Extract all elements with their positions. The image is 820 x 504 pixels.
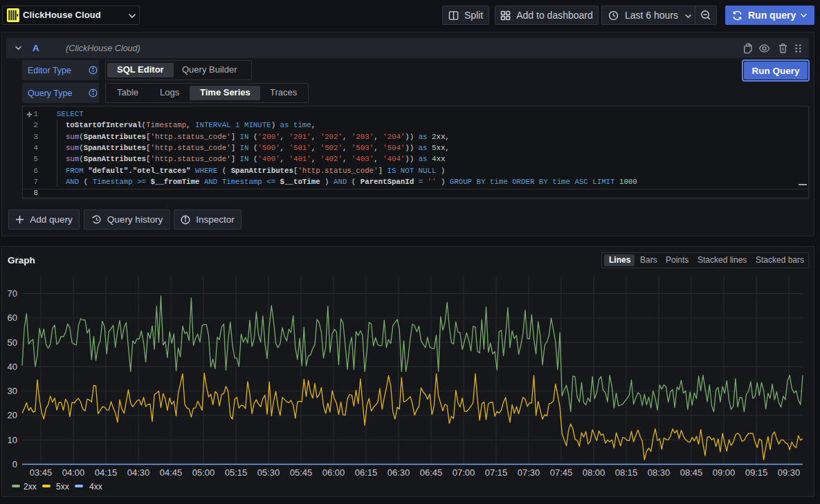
- svg-text:06:30: 06:30: [388, 467, 410, 478]
- svg-text:07:30: 07:30: [518, 467, 540, 478]
- svg-text:07:00: 07:00: [453, 467, 475, 478]
- svg-text:50: 50: [8, 337, 17, 348]
- svg-text:04:00: 04:00: [62, 467, 85, 478]
- svg-text:09:15: 09:15: [745, 467, 768, 478]
- svg-text:06:00: 06:00: [322, 467, 345, 478]
- svg-text:07:15: 07:15: [485, 467, 508, 478]
- svg-text:05:15: 05:15: [225, 467, 248, 478]
- svg-text:60: 60: [8, 312, 17, 323]
- svg-text:06:45: 06:45: [420, 467, 443, 478]
- svg-text:07:45: 07:45: [550, 467, 573, 478]
- svg-text:04:30: 04:30: [127, 467, 150, 478]
- svg-text:08:00: 08:00: [583, 467, 605, 478]
- svg-text:08:30: 08:30: [648, 467, 671, 478]
- svg-text:05:00: 05:00: [192, 467, 215, 478]
- svg-text:03:45: 03:45: [30, 467, 53, 478]
- svg-text:30: 30: [8, 386, 17, 396]
- svg-text:09:00: 09:00: [713, 467, 736, 478]
- svg-text:05:45: 05:45: [290, 467, 313, 478]
- svg-text:10: 10: [8, 435, 17, 445]
- svg-text:04:45: 04:45: [160, 467, 183, 478]
- svg-text:05:30: 05:30: [257, 467, 280, 478]
- svg-text:40: 40: [8, 362, 17, 372]
- svg-text:04:15: 04:15: [95, 467, 118, 478]
- svg-text:0: 0: [12, 459, 17, 469]
- svg-text:70: 70: [8, 288, 17, 299]
- svg-text:08:45: 08:45: [680, 467, 703, 478]
- svg-text:06:15: 06:15: [355, 467, 378, 478]
- svg-text:08:15: 08:15: [615, 467, 638, 478]
- svg-text:09:30: 09:30: [778, 467, 801, 478]
- svg-text:20: 20: [8, 410, 17, 420]
